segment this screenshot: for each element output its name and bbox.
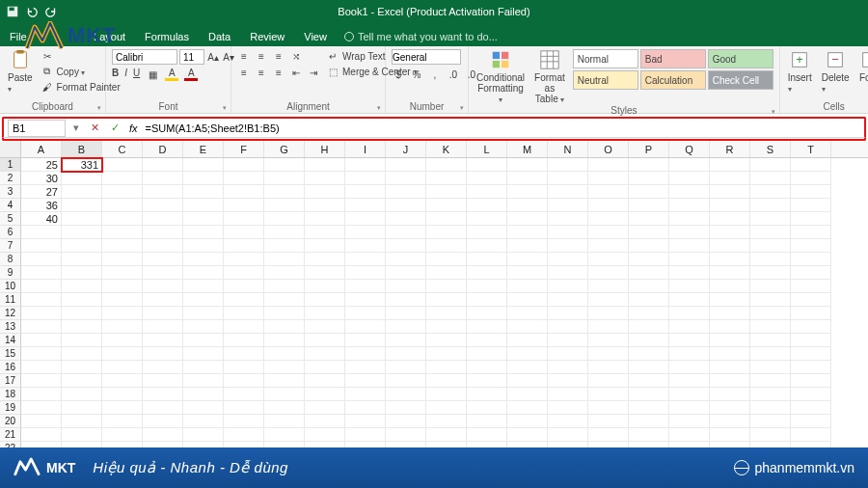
cell[interactable]: [426, 307, 467, 320]
cell[interactable]: [224, 334, 264, 347]
cell[interactable]: [386, 347, 426, 361]
tab-layout[interactable]: Layout: [84, 27, 135, 46]
cell[interactable]: [750, 212, 791, 226]
cell[interactable]: [102, 253, 143, 266]
cell[interactable]: [669, 347, 710, 361]
indent-inc-icon[interactable]: ⇥: [307, 66, 320, 79]
cell[interactable]: [669, 199, 710, 212]
cell[interactable]: [548, 185, 588, 199]
cell-styles-gallery[interactable]: Normal Bad Good Neutral Calculation Chec…: [573, 49, 773, 90]
cell[interactable]: [791, 226, 831, 239]
cell[interactable]: [264, 239, 305, 253]
cell[interactable]: [588, 374, 629, 388]
cell[interactable]: [507, 293, 548, 307]
cell[interactable]: [62, 280, 102, 293]
cell[interactable]: [548, 361, 588, 374]
cell[interactable]: [143, 266, 183, 280]
cell[interactable]: [629, 415, 669, 428]
cell[interactable]: [588, 428, 629, 442]
name-box[interactable]: [8, 120, 66, 137]
column-header[interactable]: T: [791, 141, 831, 157]
cell[interactable]: [710, 212, 750, 226]
cell[interactable]: [629, 347, 669, 361]
cell[interactable]: [183, 239, 224, 253]
cell[interactable]: [224, 428, 264, 442]
orientation-icon[interactable]: ⤭: [289, 49, 303, 63]
cell[interactable]: [507, 401, 548, 415]
cell[interactable]: [710, 172, 750, 185]
font-size-select[interactable]: [179, 49, 204, 65]
cell[interactable]: [183, 415, 224, 428]
cell[interactable]: 40: [21, 212, 62, 226]
cell[interactable]: [102, 428, 143, 442]
cell[interactable]: 36: [21, 199, 62, 212]
cell[interactable]: [224, 293, 264, 307]
cell[interactable]: [102, 172, 143, 185]
style-normal[interactable]: Normal: [573, 49, 638, 68]
cell[interactable]: [21, 239, 62, 253]
cell[interactable]: [21, 361, 62, 374]
cell[interactable]: [426, 347, 467, 361]
cell[interactable]: [750, 185, 791, 199]
cell[interactable]: [305, 266, 345, 280]
cell[interactable]: [143, 293, 183, 307]
cell[interactable]: [710, 401, 750, 415]
cell[interactable]: [21, 388, 62, 401]
cell[interactable]: [305, 347, 345, 361]
row-header[interactable]: 5: [0, 212, 21, 226]
cell[interactable]: [264, 293, 305, 307]
cell[interactable]: [183, 374, 224, 388]
cell[interactable]: [426, 212, 467, 226]
cell[interactable]: [467, 415, 507, 428]
cell[interactable]: [426, 199, 467, 212]
cell[interactable]: [143, 172, 183, 185]
cell[interactable]: [669, 307, 710, 320]
cell[interactable]: [750, 388, 791, 401]
cell[interactable]: [102, 158, 143, 172]
column-header[interactable]: A: [21, 141, 62, 157]
cell[interactable]: [62, 347, 102, 361]
cell[interactable]: [507, 239, 548, 253]
cell[interactable]: [791, 388, 831, 401]
cell[interactable]: [467, 293, 507, 307]
cell[interactable]: [507, 320, 548, 334]
cell[interactable]: [791, 320, 831, 334]
paste-button[interactable]: Paste: [6, 49, 35, 94]
tab-formulas[interactable]: Formulas: [135, 27, 199, 46]
cell[interactable]: [548, 199, 588, 212]
select-all-corner[interactable]: [0, 141, 21, 157]
cell[interactable]: [548, 334, 588, 347]
cell[interactable]: [548, 307, 588, 320]
cell[interactable]: [386, 253, 426, 266]
cell[interactable]: [426, 334, 467, 347]
column-header[interactable]: D: [143, 141, 183, 157]
cell[interactable]: [143, 280, 183, 293]
cell[interactable]: [386, 185, 426, 199]
column-header[interactable]: E: [183, 141, 224, 157]
cell[interactable]: [386, 158, 426, 172]
cell[interactable]: [264, 199, 305, 212]
cell[interactable]: [588, 172, 629, 185]
cell[interactable]: [669, 388, 710, 401]
cell[interactable]: [305, 212, 345, 226]
cell[interactable]: [102, 199, 143, 212]
cell[interactable]: [750, 280, 791, 293]
cell[interactable]: 331: [62, 158, 102, 172]
cell[interactable]: [426, 293, 467, 307]
cell[interactable]: [264, 374, 305, 388]
cell[interactable]: [224, 239, 264, 253]
column-header[interactable]: M: [507, 141, 548, 157]
tell-me-search[interactable]: Tell me what you want to do...: [337, 27, 505, 46]
border-button[interactable]: ▦: [146, 68, 159, 81]
cell[interactable]: [629, 212, 669, 226]
cell[interactable]: [588, 401, 629, 415]
cell[interactable]: [629, 334, 669, 347]
cell[interactable]: [629, 388, 669, 401]
cell[interactable]: [548, 388, 588, 401]
row-header[interactable]: 15: [0, 347, 21, 361]
tab-review[interactable]: Review: [240, 27, 294, 46]
cell[interactable]: [224, 347, 264, 361]
cell[interactable]: [548, 239, 588, 253]
cell[interactable]: [21, 415, 62, 428]
row-header[interactable]: 12: [0, 307, 21, 320]
